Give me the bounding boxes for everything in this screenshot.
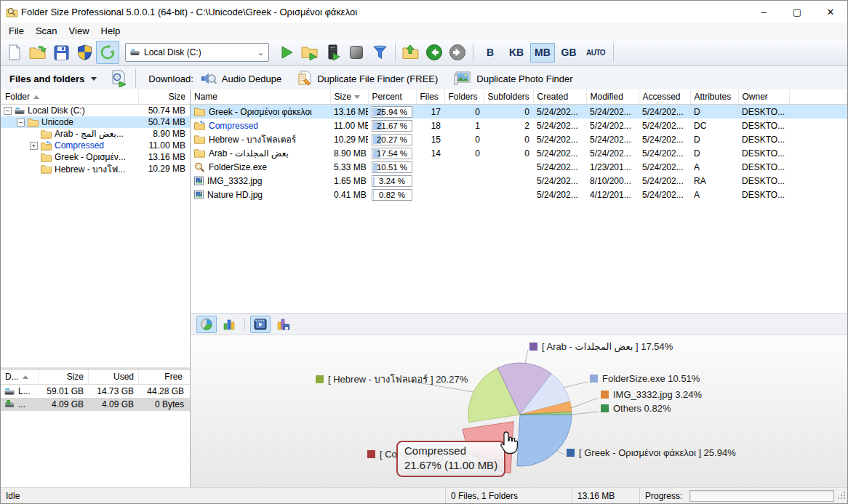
tree-item-unicode[interactable]: −Unicode50.74 MB bbox=[1, 116, 190, 128]
collapse-icon[interactable]: − bbox=[17, 119, 25, 127]
percent-value: 17.54 % bbox=[372, 148, 412, 159]
main-content: Folder Size −Local Disk (C:)50.74 MB−Uni… bbox=[1, 89, 847, 488]
column-header-accessed[interactable]: Accessed bbox=[639, 89, 690, 105]
menu-file[interactable]: File bbox=[3, 24, 30, 38]
file-row[interactable]: IMG_3332.jpg1.65 MB3.24 %5/24/202...8/10… bbox=[191, 174, 847, 188]
folder-up-button[interactable] bbox=[399, 41, 423, 64]
column-header-owner[interactable]: Owner bbox=[738, 89, 789, 105]
file-row[interactable]: FolderSize.exe5.33 MB10.51 %5/24/202...1… bbox=[191, 160, 847, 174]
back-button[interactable] bbox=[423, 41, 446, 64]
maximize-button[interactable]: ▢ bbox=[780, 1, 814, 23]
refresh-button[interactable] bbox=[96, 41, 119, 64]
column-header-label: Modified bbox=[591, 92, 623, 102]
tree-header-size[interactable]: Size bbox=[139, 89, 190, 104]
file-modified: 5/24/202... bbox=[586, 132, 639, 146]
column-header-files[interactable]: Files bbox=[416, 89, 444, 105]
file-attributes: D bbox=[690, 132, 738, 146]
folder-icon bbox=[28, 118, 39, 127]
column-header-modified[interactable]: Modified bbox=[586, 89, 639, 105]
column-header-created[interactable]: Created bbox=[533, 89, 586, 105]
open-button[interactable] bbox=[26, 41, 49, 64]
expand-icon[interactable]: + bbox=[30, 142, 38, 150]
file-attributes: A bbox=[690, 188, 738, 201]
unit-button-kb[interactable]: KB bbox=[504, 43, 529, 63]
start-scan-button[interactable] bbox=[275, 41, 298, 64]
audio-dedupe-link[interactable]: Audio Dedupe bbox=[201, 71, 281, 86]
tooltip-title: Compressed bbox=[404, 444, 497, 458]
pie-slice-greek[interactable] bbox=[517, 415, 572, 466]
column-header-folders[interactable]: Folders bbox=[444, 89, 484, 105]
forward-button[interactable] bbox=[446, 41, 469, 64]
folder-icon bbox=[41, 164, 52, 174]
menu-help[interactable]: Help bbox=[95, 24, 127, 38]
chart-animation-button[interactable] bbox=[250, 316, 271, 333]
drives-header-d[interactable]: D... bbox=[1, 369, 39, 384]
admin-shield-icon[interactable] bbox=[73, 41, 96, 64]
file-folders: 1 bbox=[444, 119, 484, 132]
menu-view[interactable]: View bbox=[63, 24, 95, 38]
drive-row[interactable]: L...59.01 GB14.73 GB44.28 GB bbox=[1, 385, 190, 398]
file-table-head: NameSizePercentFilesFoldersSubfoldersCre… bbox=[191, 89, 847, 105]
file-accessed: 5/24/202... bbox=[639, 174, 690, 188]
unit-button-gb[interactable]: GB bbox=[556, 43, 581, 63]
tree-item-arab-[interactable]: Arab - بعض المج‎...8.90 MB bbox=[1, 128, 190, 140]
column-header-subfolders[interactable]: Subfolders bbox=[484, 89, 533, 105]
unit-button-mb[interactable]: MB bbox=[530, 43, 555, 63]
bar-chart-view-button[interactable] bbox=[219, 316, 239, 333]
file-folders bbox=[444, 188, 484, 201]
unit-button-auto[interactable]: AUTO bbox=[583, 43, 609, 63]
tree-item-local-disk-c-[interactable]: −Local Disk (C:)50.74 MB bbox=[1, 105, 190, 116]
folderzip-icon bbox=[194, 121, 205, 130]
tree-item-compressed[interactable]: +Compressed11.00 MB bbox=[1, 140, 190, 151]
pie-chart-view-button[interactable] bbox=[196, 316, 217, 333]
file-row[interactable]: Arab - بعض المجلدات8.90 MB17.54 %14005/2… bbox=[191, 146, 847, 160]
hand-cursor-icon bbox=[500, 431, 519, 457]
file-accessed: 5/24/202... bbox=[639, 119, 690, 132]
tree-item-hebrew-[interactable]: Hebrew - บางโฟ...10.29 MB bbox=[1, 163, 190, 175]
save-chart-button[interactable] bbox=[273, 316, 293, 333]
column-header-label: Files bbox=[420, 92, 439, 102]
legend-square-icon bbox=[601, 391, 609, 399]
drives-header-free[interactable]: Free bbox=[139, 369, 187, 384]
drives-header-used[interactable]: Used bbox=[89, 369, 139, 384]
file-accessed: 5/24/202... bbox=[639, 160, 690, 174]
scan-folder-button[interactable] bbox=[298, 41, 321, 64]
close-button[interactable]: ✕ bbox=[814, 1, 847, 23]
unit-buttons: BKBMBGBAUTO bbox=[477, 43, 609, 63]
column-header-size[interactable]: Size bbox=[330, 89, 368, 105]
drive-selector[interactable]: Local Disk (C:) ⌄ bbox=[125, 43, 269, 62]
collapse-icon[interactable]: − bbox=[4, 107, 12, 115]
file-row[interactable]: Hebrew - บางโฟลเดอร์10.29 MB20.27 %15005… bbox=[191, 132, 847, 146]
file-name: IMG_3332.jpg bbox=[207, 176, 262, 186]
resize-grip-icon[interactable] bbox=[837, 491, 847, 503]
menu-scan[interactable]: Scan bbox=[30, 24, 63, 38]
column-header-percent[interactable]: Percent bbox=[368, 89, 416, 105]
column-header-attributes[interactable]: Attributes bbox=[690, 89, 738, 105]
file-row[interactable]: Compressed11.00 MB21.67 %18125/24/202...… bbox=[191, 119, 847, 132]
column-header-label: Name bbox=[194, 92, 217, 102]
legend-square-icon bbox=[601, 404, 609, 412]
export-report-button[interactable] bbox=[111, 70, 127, 87]
folder-icon bbox=[194, 148, 205, 158]
scan-computer-button[interactable] bbox=[321, 41, 345, 64]
unit-button-b[interactable]: B bbox=[478, 43, 503, 63]
minimize-button[interactable]: – bbox=[747, 1, 780, 23]
duplicate-photo-finder-link[interactable]: Duplicate Photo Finder bbox=[454, 71, 572, 86]
duplicate-file-finder-link[interactable]: Duplicate File Finder (FREE) bbox=[297, 71, 438, 87]
file-row[interactable]: Greek - Ορισμένοι φάκελοι13.16 MB25.94 %… bbox=[191, 105, 847, 119]
drives-header-size[interactable]: Size bbox=[39, 369, 89, 384]
save-button[interactable] bbox=[49, 41, 73, 64]
column-header-name[interactable]: Name bbox=[191, 89, 330, 105]
filter-button[interactable] bbox=[368, 41, 391, 64]
new-scan-button[interactable] bbox=[3, 41, 26, 64]
drive-row[interactable]: ...4.09 GB4.09 GB0 Bytes bbox=[1, 398, 190, 411]
file-row[interactable]: Nature HD.jpg0.41 MB0.82 %5/24/202...4/1… bbox=[191, 188, 847, 201]
drive-size: 4.09 GB bbox=[39, 399, 89, 409]
folderzip-icon bbox=[41, 141, 52, 151]
tree-header-folder[interactable]: Folder bbox=[1, 89, 139, 104]
drives-header-label: Used bbox=[113, 372, 134, 382]
tree-header-size-label: Size bbox=[169, 92, 185, 102]
files-and-folders-dropdown[interactable]: Files and folders bbox=[9, 73, 84, 84]
tree-item-label: Unicode bbox=[41, 117, 135, 127]
stop-scan-button[interactable] bbox=[345, 41, 368, 64]
